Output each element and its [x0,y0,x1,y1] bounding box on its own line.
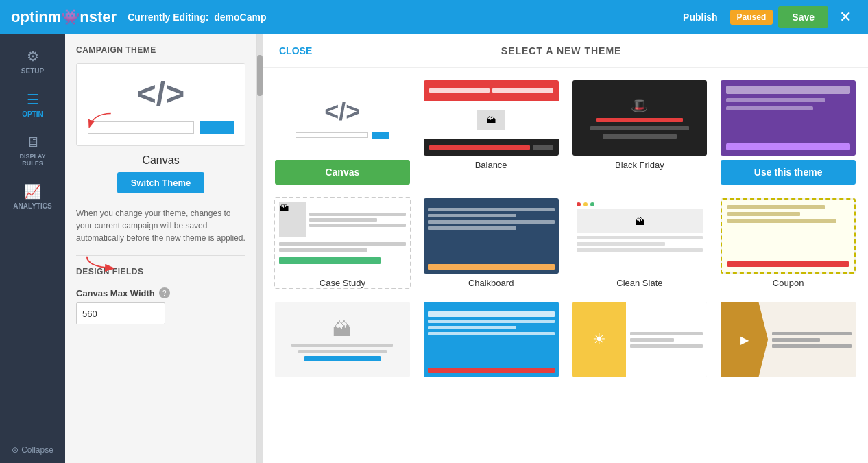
canvas-thumbnail: </> [275,80,410,156]
current-theme-name: Canvas [76,154,245,167]
sidebar-item-setup[interactable]: ⚙ SETUP [0,40,65,83]
menu-icon: ☰ [27,91,39,108]
case-study-label: Case Study [320,278,365,288]
design-fields-title: DESIGN FIELDS [76,267,245,276]
scroll-thumb[interactable] [257,55,263,96]
canvas-max-width-input[interactable] [76,302,165,324]
theme-card-black-friday[interactable]: 🎩 Black Friday [571,79,709,186]
sidebar: ⚙ SETUP ☰ OPTIN 🖥 DISPLAYRULES 📈 ANALYTI… [0,34,65,463]
r3-3-thumbnail: ☀ [572,302,708,377]
theme-grid: </> Canvas [263,68,868,394]
sidebar-item-analytics[interactable]: 📈 ANALYTICS [0,175,65,218]
logo: optinm👾nster [11,8,117,26]
coupon-thumbnail [721,198,856,274]
logo-text: optinm👾nster [11,8,117,26]
close-theme-selector-link[interactable]: CLOSE [279,45,312,56]
canvas-thumb-bar-row [296,132,390,139]
editing-name: demoCamp [214,12,266,23]
canvas-btn-preview [200,121,234,134]
header-right: Publish Paused Save ✕ [676,5,857,29]
theme-card-canvas[interactable]: </> Canvas [274,79,411,186]
close-button[interactable]: ✕ [834,5,857,29]
center-panel: CAMPAIGN THEME </> Canvas Switch Theme W… [65,34,257,463]
black-friday-thumbnail: 🎩 [572,80,708,156]
theme-card-balance[interactable]: 🏔 Balance [422,79,560,186]
theme-selector: CLOSE SELECT A NEW THEME </> Canvas [263,34,868,463]
r3-4-thumbnail: ▶ [721,302,856,377]
publish-button[interactable]: Publish [676,8,725,27]
paused-badge: Paused [730,10,773,25]
theme-info-text: When you change your theme, changes to y… [76,207,245,244]
sidebar-item-label-optin: OPTIN [22,110,43,118]
sidebar-item-label-display: DISPLAYRULES [19,153,45,167]
gear-icon: ⚙ [27,48,39,64]
theme-card-chalkboard[interactable]: Chalkboard [422,197,560,289]
canvas-max-width-label: Canvas Max Width [76,288,155,298]
editing-label: Currently Editing: [128,12,208,23]
coupon-label: Coupon [773,278,804,288]
theme-card-coupon[interactable]: Coupon [719,197,857,289]
header: optinm👾nster Currently Editing: demoCamp… [0,0,868,34]
clean-slate-thumbnail: 🏔 [572,198,708,274]
scroll-indicator [257,34,263,463]
canvas-input-row [88,121,234,134]
canvas-active-btn[interactable]: Canvas [275,160,410,185]
analytics-icon: 📈 [24,183,41,200]
clean-slate-label: Clean Slate [616,278,662,288]
chalkboard-label: Chalkboard [468,278,514,288]
chalkboard-thumbnail [424,198,559,274]
divider [76,255,245,256]
info-icon[interactable]: ? [159,287,170,298]
theme-card-r3-1[interactable]: 🏔 [274,300,411,383]
case-study-thumbnail: 🏔 [275,198,410,274]
monitor-icon: 🖥 [26,134,40,150]
sidebar-item-label-setup: SETUP [21,67,44,75]
main-layout: ⚙ SETUP ☰ OPTIN 🖥 DISPLAYRULES 📈 ANALYTI… [0,34,868,463]
theme-preview-box: </> [76,63,245,146]
balance-label: Balance [475,160,507,170]
sidebar-item-display-rules[interactable]: 🖥 DISPLAYRULES [0,126,65,175]
select-theme-title: SELECT A NEW THEME [501,45,622,56]
use-this-theme-button[interactable]: Use this theme [721,160,856,185]
theme-card-r3-3[interactable]: ☀ [571,300,709,383]
theme-card-r3-4[interactable]: ▶ [719,300,857,383]
sidebar-item-label-analytics: ANALYTICS [13,202,51,210]
header-left: optinm👾nster Currently Editing: demoCamp [11,8,266,26]
switch-theme-button[interactable]: Switch Theme [117,172,204,193]
theme-card-case-study[interactable]: 🏔 Case Study [274,197,411,289]
theme-card-clean-slate[interactable]: 🏔 Clean Slate [571,197,709,289]
theme-card-r3-2[interactable] [422,300,560,383]
collapse-button[interactable]: ⊙ Collapse [0,437,65,463]
theme-card-featured[interactable]: Use this theme [719,79,857,186]
canvas-code-icon: </> [137,75,184,112]
black-friday-label: Black Friday [615,160,664,170]
canvas-thumb-icon: </> [324,97,360,126]
sidebar-item-optin[interactable]: ☰ OPTIN [0,83,65,126]
collapse-label: Collapse [21,445,53,455]
circle-arrow-icon: ⊙ [12,445,19,455]
balance-thumbnail: 🏔 [424,80,559,156]
canvas-max-width-row: Canvas Max Width ? [76,287,245,298]
campaign-theme-title: CAMPAIGN THEME [76,45,245,55]
theme-selector-header: CLOSE SELECT A NEW THEME [263,34,868,68]
canvas-field-preview [88,121,194,134]
editing-context: Currently Editing: demoCamp [128,12,266,23]
featured-thumbnail [721,80,856,156]
save-button[interactable]: Save [778,6,828,28]
r3-1-thumbnail: 🏔 [275,302,410,377]
r3-2-thumbnail [424,302,559,377]
